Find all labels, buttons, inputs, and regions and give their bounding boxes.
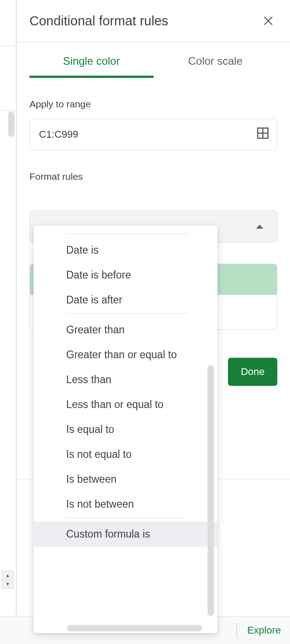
- apply-to-range-label: Apply to range: [29, 91, 277, 119]
- format-rules-label: Format rules: [29, 150, 277, 187]
- dropdown-item-is-equal-to[interactable]: Is equal to: [34, 417, 218, 442]
- dropdown-item-less-than-or-equal-to[interactable]: Less than or equal to: [34, 392, 218, 417]
- dropdown-separator: [66, 234, 188, 234]
- dropdown-item-is-not-between[interactable]: Is not between: [34, 492, 218, 517]
- format-rule-dropdown: Date isDate is beforeDate is after Great…: [34, 226, 218, 633]
- tab-single-color[interactable]: Single color: [29, 42, 154, 78]
- done-button-label: Done: [241, 366, 265, 377]
- close-button[interactable]: [258, 11, 278, 31]
- dropdown-item-greater-than[interactable]: Greater than: [34, 317, 218, 342]
- explore-button[interactable]: Explore: [247, 625, 281, 636]
- stepper-down[interactable]: ▼: [2, 580, 14, 589]
- range-input[interactable]: C1:C999: [29, 119, 277, 150]
- dropdown-horizontal-scrollbar[interactable]: [67, 625, 202, 631]
- tab-color-scale[interactable]: Color scale: [154, 42, 278, 78]
- grid-select-icon[interactable]: [256, 126, 270, 143]
- explore-label: Explore: [247, 625, 281, 636]
- range-value: C1:C999: [39, 129, 78, 140]
- dropdown-item-is-not-equal-to[interactable]: Is not equal to: [34, 442, 218, 467]
- footer-divider: [237, 623, 237, 638]
- vertical-scrollbar-thumb[interactable]: [8, 111, 14, 137]
- tab-color-scale-label: Color scale: [188, 55, 242, 67]
- panel-title: Conditional format rules: [29, 14, 168, 29]
- spreadsheet-background: ▲ ▼: [0, 0, 16, 644]
- dropdown-item-date-is[interactable]: Date is: [34, 238, 218, 263]
- dropdown-item-is-between[interactable]: Is between: [34, 467, 218, 492]
- caret-up-icon: [256, 225, 263, 229]
- dropdown-separator: [66, 313, 188, 314]
- tab-single-color-label: Single color: [63, 55, 120, 67]
- close-icon: [262, 15, 274, 27]
- dropdown-item-custom-formula-is[interactable]: Custom formula is: [34, 522, 218, 547]
- tabs: Single color Color scale: [17, 42, 290, 78]
- done-button[interactable]: Done: [228, 358, 277, 386]
- dropdown-vertical-scrollbar[interactable]: [208, 365, 214, 616]
- dropdown-item-date-is-after[interactable]: Date is after: [34, 288, 218, 312]
- stepper-up[interactable]: ▲: [2, 571, 14, 580]
- dropdown-item-date-is-before[interactable]: Date is before: [34, 263, 218, 288]
- dropdown-item-greater-than-or-equal-to[interactable]: Greater than or equal to: [34, 342, 218, 367]
- dropdown-item-less-than[interactable]: Less than: [34, 367, 218, 392]
- dropdown-separator: [66, 518, 188, 518]
- sheet-scroll-stepper: ▲ ▼: [2, 571, 14, 589]
